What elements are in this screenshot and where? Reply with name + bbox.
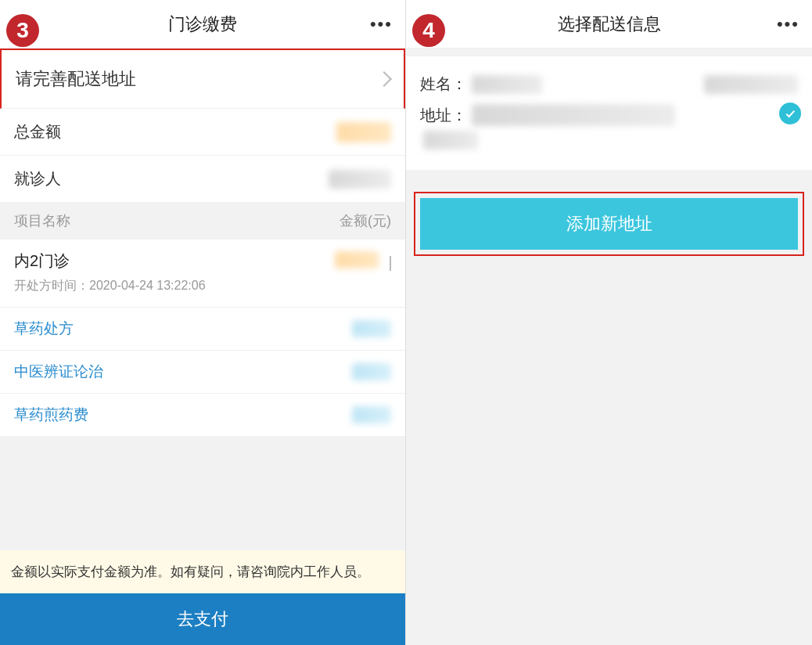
more-icon[interactable]: ••• xyxy=(370,0,393,48)
chevron-up-icon xyxy=(390,256,391,271)
item-label: 草药煎药费 xyxy=(14,405,88,425)
department-block[interactable]: 内2门诊 开处方时间：2020-04-24 13:22:06 xyxy=(0,240,405,308)
page-title: 门诊缴费 xyxy=(168,13,237,36)
screen-delivery: 4 选择配送信息 ••• 姓名： 地址： 添 xyxy=(406,0,812,645)
phone-value-redacted xyxy=(704,75,798,94)
items-header-name: 项目名称 xyxy=(14,211,70,230)
item-amount-redacted xyxy=(352,363,391,380)
page-title: 选择配送信息 xyxy=(558,13,661,36)
more-icon[interactable]: ••• xyxy=(777,0,799,48)
item-label: 中医辨证论治 xyxy=(14,362,103,382)
divider xyxy=(406,49,812,56)
items-header-amount: 金额(元) xyxy=(340,211,391,230)
address-label: 地址： xyxy=(420,105,467,126)
item-row-1[interactable]: 中医辨证论治 xyxy=(0,351,405,394)
patient-label: 就诊人 xyxy=(14,168,61,189)
prescription-time: 开处方时间：2020-04-24 13:22:06 xyxy=(14,278,391,294)
total-amount-row: 总金额 xyxy=(0,109,405,156)
department-name: 内2门诊 xyxy=(14,250,70,272)
payment-notice: 金额以实际支付金额为准。如有疑问，请咨询院内工作人员。 xyxy=(0,550,405,593)
step-badge-4: 4 xyxy=(412,14,445,47)
department-right xyxy=(335,251,391,272)
total-amount-value-redacted xyxy=(336,122,391,142)
address-prompt-label: 请完善配送地址 xyxy=(16,67,136,91)
patient-row: 就诊人 xyxy=(0,156,405,202)
item-label: 草药处方 xyxy=(14,319,74,339)
screen-payment: 3 门诊缴费 ••• 请完善配送地址 总金额 就诊人 项目名称 金额(元) 内2… xyxy=(0,0,406,645)
address-card[interactable]: 姓名： 地址： xyxy=(406,56,812,170)
add-address-highlight: 添加新地址 xyxy=(414,192,804,256)
complete-address-row[interactable]: 请完善配送地址 xyxy=(0,49,405,109)
spacer xyxy=(0,436,405,550)
pay-button[interactable]: 去支付 xyxy=(0,593,405,645)
patient-value-redacted xyxy=(329,170,391,189)
total-amount-label: 总金额 xyxy=(14,121,61,142)
add-address-button[interactable]: 添加新地址 xyxy=(420,198,798,250)
chevron-right-icon xyxy=(376,71,392,87)
name-value-redacted xyxy=(472,75,542,94)
header-left: 门诊缴费 ••• xyxy=(0,0,405,49)
header-right: 选择配送信息 ••• xyxy=(406,0,812,49)
selected-check-icon xyxy=(779,103,801,124)
spacer xyxy=(406,256,812,645)
dept-amount-redacted xyxy=(335,251,379,268)
item-row-0[interactable]: 草药处方 xyxy=(0,308,405,351)
item-row-2[interactable]: 草药煎药费 xyxy=(0,394,405,436)
item-amount-redacted xyxy=(352,320,391,337)
address-value2-redacted xyxy=(423,131,478,150)
items-section-header: 项目名称 金额(元) xyxy=(0,202,405,240)
item-amount-redacted xyxy=(352,406,391,423)
name-label: 姓名： xyxy=(420,74,467,95)
step-badge-3: 3 xyxy=(6,14,39,47)
address-value-redacted xyxy=(472,104,675,126)
